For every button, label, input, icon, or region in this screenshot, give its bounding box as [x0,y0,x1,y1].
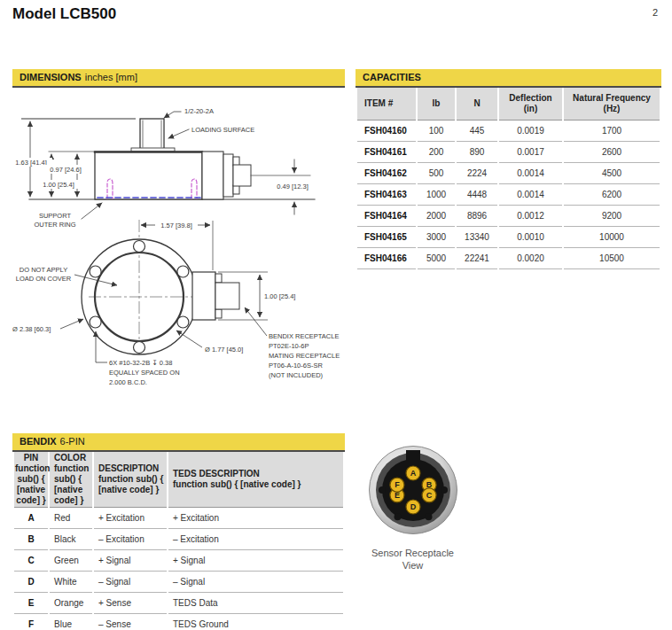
capacities-header-row: ITEM #lbNDeflection(in)Natural Frequency… [357,88,660,121]
table-row: FBlue– SenseTEDS Ground [14,614,343,630]
table-cell: B [14,529,48,550]
table-cell: FSH04163 [357,184,416,206]
table-cell: 8896 [457,206,497,227]
table-cell: 13340 [457,227,497,248]
table-cell: + Excitation [168,508,343,529]
table-cell: 0.0010 [499,227,562,248]
connector-barrel [233,165,251,186]
table-cell: Green [50,550,92,572]
pin-label-A: A [410,469,417,478]
table-cell: FSH04165 [357,227,416,248]
dimensions-header-bar: DIMENSIONSinches [mm] [12,69,345,88]
column-header: lb [418,88,455,121]
dimensions-panel: DIMENSIONSinches [mm] [12,69,345,88]
connector-flange [202,152,223,199]
table-cell: 445 [457,121,497,142]
table-cell: D [14,572,48,593]
table-row: FSH04164200088960.00129200 [357,206,660,227]
table-cell: 4448 [457,184,497,206]
side-view: 1.63 [41.4] 0.97 [24.6] 1.00 [25.4] 0.49… [12,107,315,229]
receptacle-callout-1: BENDIX RECEPTACLE [269,332,339,340]
bolt-pattern-callout-3: 2.000 B.C.D. [109,378,147,386]
capacities-table: ITEM #lbNDeflection(in)Natural Frequency… [356,88,661,269]
receptacle-caption: Sensor Receptacle View [348,547,477,572]
dim-height-body: 1.00 [25.4] [43,181,74,189]
table-cell: Red [50,508,92,529]
table-cell: TEDS Ground [168,614,343,630]
bolt-pattern-callout-2: EQUALLY SPACED ON [109,369,180,377]
receptacle-callout-2: PT02E-10-6P [269,342,309,350]
outer-diameter-callout: Ø 2.38 [60.3] [12,325,51,333]
table-cell: 22241 [457,248,497,269]
bendix-header-sub: 6-PIN [60,436,85,447]
dim-height-connector: 0.49 [12.3] [277,183,308,191]
table-cell: C [14,550,48,572]
table-row: ARed+ Excitation+ Excitation [14,508,343,529]
table-row: CGreen+ Signal+ Signal [14,550,343,572]
receptacle-callout-4: PT06-A-10-6S-SR [269,362,323,369]
table-cell: + Signal [94,550,167,572]
table-cell: 0.0012 [499,206,562,227]
table-cell: FSH04161 [357,142,416,163]
table-row: BBlack– Excitation– Excitation [14,529,343,550]
table-cell: 10500 [564,248,660,269]
table-cell: + Excitation [94,508,167,529]
receptacle-callout-5: (NOT INCLUDED) [269,371,324,379]
table-cell: TEDS Data [168,593,343,614]
receptacle-caption-line1: Sensor Receptacle [348,547,477,559]
bendix-header-bar: BENDIX6-PIN [12,433,345,452]
table-cell: 500 [418,163,455,184]
capacities-header-label: CAPACITIES [363,72,421,82]
table-cell: 1000 [418,184,455,206]
dim-height-cover: 0.97 [24.6] [50,166,81,174]
capacities-header-bar: CAPACITIES [356,69,661,88]
table-cell: – Signal [168,572,343,593]
loading-surface-callout: LOADING SURFACE [191,126,254,134]
dim-height-total: 1.63 [41.4] [15,159,46,167]
table-cell: 890 [457,142,497,163]
page-title: Model LCB500 [12,5,116,23]
table-row: DWhite– Signal– Signal [14,572,343,593]
table-cell: 0.0017 [499,142,562,163]
table-cell: – Sense [94,614,167,630]
table-cell: 0.0020 [499,248,562,269]
dim-connector-offset: 1.57 [39.8] [160,222,191,229]
pin-label-F: F [395,480,400,489]
table-row: FSH041612008900.00172600 [357,142,660,163]
column-header: COLORfunction sub() { [native code] } [50,452,92,508]
table-cell: 10000 [564,227,660,248]
table-row: FSH041665000222410.002010500 [357,248,660,269]
datasheet-page: Model LCB500 2 DIMENSIONSinches [mm] CAP… [0,0,672,630]
column-header: Deflection(in) [499,88,562,121]
table-cell: 3000 [418,227,455,248]
dimensions-header-label: DIMENSIONS [20,72,82,82]
table-cell: 5000 [418,248,455,269]
column-header: PINfunction sub() { [native code] } [14,452,48,508]
table-row: FSH04163100044480.00146200 [357,184,660,206]
table-cell: 2000 [418,206,455,227]
column-header: Natural Frequency(Hz) [564,88,660,121]
keyway-notch [406,450,420,462]
table-cell: FSH04160 [357,121,416,142]
table-row: FSH041601004450.00191700 [357,121,660,142]
pin-label-D: D [410,502,417,511]
bendix-table: PINfunction sub() { [native code] }COLOR… [12,452,345,630]
dim-connector-height: 1.00 [25.4] [264,292,295,300]
bendix-header-label: BENDIX [20,436,57,447]
table-cell: – Excitation [94,529,167,550]
bendix-header-row: PINfunction sub() { [native code] }COLOR… [14,452,343,508]
thread-callout: 1/2-20-2A [184,107,214,115]
table-cell: 0.0014 [499,163,562,184]
pin-label-C: C [426,491,433,500]
support-ring-callout-2: OUTER RING [34,221,75,229]
bendix-panel: BENDIX6-PIN PINfunction sub() { [native … [12,433,345,630]
table-cell: 2600 [564,142,660,163]
table-cell: Black [50,529,92,550]
table-row: FSH0416250022240.00144500 [357,163,660,184]
table-cell: FSH04166 [357,248,416,269]
bottom-view: 1.57 [39.8] 1.00 [25.4] DO NOT APPLY LOA… [12,220,340,386]
table-cell: 200 [418,142,455,163]
receptacle-illustration: ABCDEF [357,440,469,552]
table-cell: Blue [50,614,92,630]
column-header: N [457,88,497,121]
